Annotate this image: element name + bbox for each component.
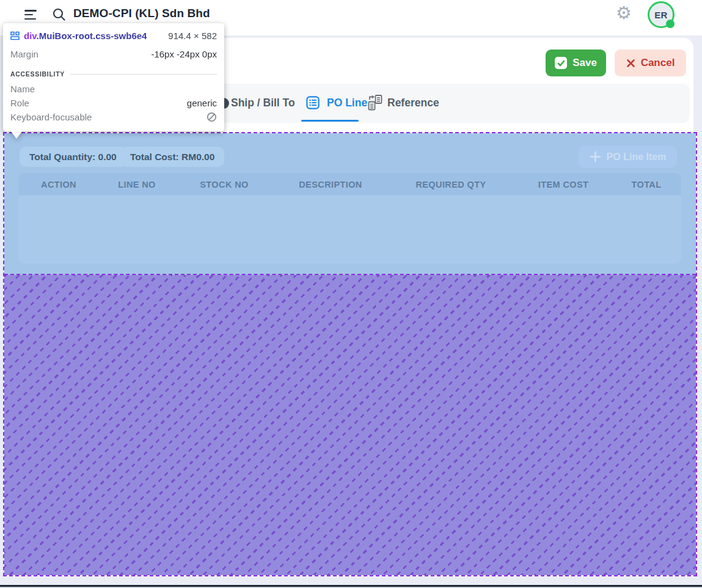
cancel-button-label: Cancel: [641, 57, 675, 69]
col-header-required-qty: REQUIRED QTY: [415, 180, 486, 189]
margin-label: Margin: [10, 49, 38, 59]
plus-icon: [590, 151, 601, 163]
add-po-line-item-button[interactable]: PO Line Item: [579, 145, 677, 168]
col-header-line-no: LINE NO: [118, 180, 156, 189]
search-icon[interactable]: [51, 7, 67, 23]
company-title: DEMO-CPI (KL) Sdn Bhd: [73, 7, 210, 20]
user-avatar[interactable]: ER: [648, 1, 675, 28]
tab-po-line[interactable]: PO Line: [327, 97, 367, 109]
save-button-label: Save: [572, 57, 597, 69]
col-header-stock-no: STOCK NO: [200, 180, 248, 189]
save-button[interactable]: Save: [546, 50, 606, 76]
element-badge-icon: [10, 31, 20, 40]
po-line-list-icon: [305, 95, 320, 110]
a11y-name-label: Name: [10, 84, 35, 94]
inspected-dimensions: 914.4 × 582: [168, 31, 217, 41]
avatar-initials: ER: [654, 10, 667, 20]
tab-ship-bill-to[interactable]: Ship / Bill To: [231, 97, 295, 109]
a11y-keyboard-focusable-label: Keyboard-focusable: [10, 112, 92, 122]
a11y-role-label: Role: [10, 98, 29, 108]
devtools-tooltip: div.MuiBox-root.css-swb6e4 914.4 × 582 M…: [3, 23, 224, 131]
settings-gear-icon[interactable]: ⚙: [616, 4, 632, 22]
col-header-action: ACTION: [41, 180, 76, 189]
reference-pages-icon: [367, 94, 383, 111]
accessibility-section-header: ACCESSIBILITY: [10, 70, 217, 78]
cancel-x-icon: [626, 59, 635, 68]
devtools-content-highlight: Total Quantity: 0.00 Total Cost: RM0.00 …: [4, 133, 696, 275]
a11y-role-value: generic: [187, 98, 217, 108]
add-po-line-item-label: PO Line Item: [607, 152, 667, 163]
col-header-item-cost: ITEM COST: [538, 180, 589, 189]
po-line-table-header: ACTION LINE NO STOCK NO DESCRIPTION REQU…: [18, 173, 681, 196]
active-tab-indicator: [301, 120, 359, 122]
po-line-table: ACTION LINE NO STOCK NO DESCRIPTION REQU…: [18, 173, 681, 263]
devtools-highlight-region: Total Quantity: 0.00 Total Cost: RM0.00 …: [3, 132, 697, 576]
col-header-total: TOTAL: [632, 180, 662, 189]
devtools-margin-overlay: [4, 275, 696, 575]
tab-reference[interactable]: Reference: [387, 97, 439, 109]
online-status-dot: [666, 20, 675, 28]
inspected-selector: div.MuiBox-root.css-swb6e4: [24, 31, 147, 41]
margin-value: -16px -24px 0px: [151, 49, 217, 59]
menu-icon[interactable]: [24, 10, 38, 22]
po-line-table-empty-body: [18, 196, 681, 263]
blocked-icon: [207, 112, 217, 122]
total-quantity-chip: Total Quantity: 0.00: [20, 147, 126, 167]
cancel-button[interactable]: Cancel: [615, 50, 686, 76]
col-header-description: DESCRIPTION: [299, 180, 362, 189]
save-check-icon: [555, 57, 567, 69]
total-cost-chip: Total Cost: RM0.00: [120, 147, 224, 167]
